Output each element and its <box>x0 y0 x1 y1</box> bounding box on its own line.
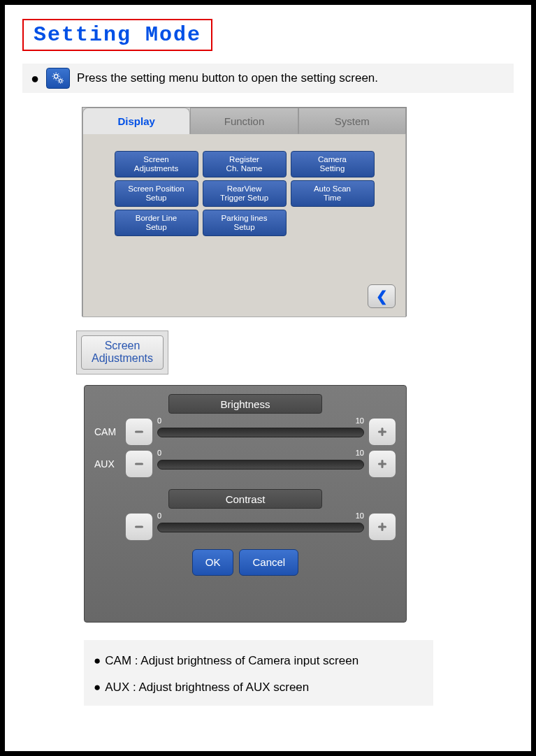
brightness-header: Brightness <box>168 394 322 414</box>
settings-menu-screenshot: Display Function System Screen Adjustmen… <box>82 107 407 317</box>
manual-page: Setting Mode ● Press the setting menu bu… <box>0 0 536 756</box>
aux-min: 0 <box>157 449 161 457</box>
instruction-text: Press the setting menu button to open th… <box>77 71 378 85</box>
tab-function[interactable]: Function <box>190 108 298 134</box>
minus-icon <box>132 457 146 471</box>
svg-rect-8 <box>135 525 143 528</box>
minus-icon <box>132 520 146 534</box>
notes-box: ●CAM : Adjust brightness of Camera input… <box>84 640 433 706</box>
cam-brightness-row: CAM 0 10 <box>94 418 396 446</box>
back-button[interactable]: ❮ <box>368 284 396 308</box>
cam-minus-button[interactable] <box>125 418 153 446</box>
cam-max: 10 <box>356 416 364 425</box>
svg-point-0 <box>55 75 59 79</box>
page-title: Setting Mode <box>34 23 201 47</box>
contrast-min: 0 <box>157 511 161 520</box>
tab-body: Screen Adjustments Register Ch. Name Cam… <box>82 134 406 317</box>
svg-point-1 <box>59 80 62 82</box>
cancel-button[interactable]: Cancel <box>239 549 298 576</box>
plus-icon <box>375 425 389 439</box>
adjustments-panel-screenshot: Brightness CAM 0 10 AUX 0 10 <box>84 385 407 623</box>
bullet: ● <box>31 71 39 87</box>
tab-display[interactable]: Display <box>82 108 190 134</box>
menu-screen-adjustments[interactable]: Screen Adjustments <box>115 151 198 177</box>
instruction-row: ● Press the setting menu button to open … <box>22 64 514 93</box>
menu-auto-scan-time[interactable]: Auto Scan Time <box>291 180 375 207</box>
gear-icon <box>50 71 66 86</box>
menu-register-ch-name[interactable]: Register Ch. Name <box>203 151 287 177</box>
aux-plus-button[interactable] <box>368 450 396 478</box>
screen-adjustments-button[interactable]: Screen Adjustments <box>81 335 164 370</box>
settings-icon-button[interactable] <box>46 68 70 89</box>
screen-adjustments-callout: Screen Adjustments <box>76 330 168 375</box>
menu-grid: Screen Adjustments Register Ch. Name Cam… <box>83 151 405 236</box>
aux-max: 10 <box>356 449 364 457</box>
plus-icon <box>375 457 389 471</box>
svg-rect-5 <box>135 463 143 465</box>
contrast-minus-button[interactable] <box>125 513 153 541</box>
menu-parking-lines-setup[interactable]: Parking lines Setup <box>203 210 287 236</box>
sa-line2: Adjustments <box>92 352 153 365</box>
contrast-header: Contrast <box>168 489 322 509</box>
cam-label: CAM <box>94 426 121 437</box>
contrast-plus-button[interactable] <box>368 513 396 541</box>
contrast-row: 0 10 <box>94 513 396 541</box>
dialog-buttons: OK Cancel <box>94 549 396 576</box>
menu-screen-position-setup[interactable]: Screen Position Setup <box>115 180 198 207</box>
aux-slider-track[interactable]: 0 10 <box>157 451 364 477</box>
ok-button[interactable]: OK <box>192 549 234 576</box>
cam-slider-track[interactable]: 0 10 <box>157 419 364 444</box>
cam-min: 0 <box>157 416 161 425</box>
menu-border-line-setup[interactable]: Border Line Setup <box>115 210 198 236</box>
chevron-left-icon: ❮ <box>376 288 388 305</box>
cam-plus-button[interactable] <box>368 418 396 446</box>
note-cam: ●CAM : Adjust brightness of Camera input… <box>94 654 423 668</box>
plus-icon <box>375 520 389 534</box>
aux-brightness-row: AUX 0 10 <box>94 450 396 478</box>
menu-camera-setting[interactable]: Camera Setting <box>291 151 375 177</box>
minus-icon <box>132 425 146 439</box>
note-aux: ●AUX : Adjust brightness of AUX screen <box>94 681 423 695</box>
menu-rearview-trigger-setup[interactable]: RearView Trigger Setup <box>203 180 287 207</box>
contrast-slider-track[interactable]: 0 10 <box>157 514 364 539</box>
svg-rect-2 <box>135 430 143 432</box>
aux-label: AUX <box>94 458 121 470</box>
tab-bar: Display Function System <box>82 108 406 134</box>
svg-rect-10 <box>382 523 384 531</box>
aux-minus-button[interactable] <box>125 450 153 478</box>
sa-line1: Screen <box>92 340 153 352</box>
svg-rect-7 <box>382 460 384 468</box>
svg-rect-4 <box>382 428 384 436</box>
tab-system[interactable]: System <box>298 108 406 134</box>
page-title-box: Setting Mode <box>22 19 212 51</box>
contrast-max: 10 <box>356 511 364 520</box>
